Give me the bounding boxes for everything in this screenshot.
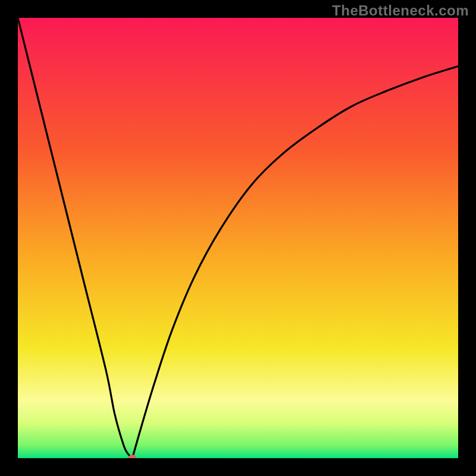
plot-area	[18, 18, 458, 458]
gradient-background	[18, 18, 458, 458]
watermark-text: TheBottleneck.com	[332, 2, 469, 19]
chart-frame: TheBottleneck.com	[0, 0, 476, 476]
chart-svg	[18, 18, 458, 458]
